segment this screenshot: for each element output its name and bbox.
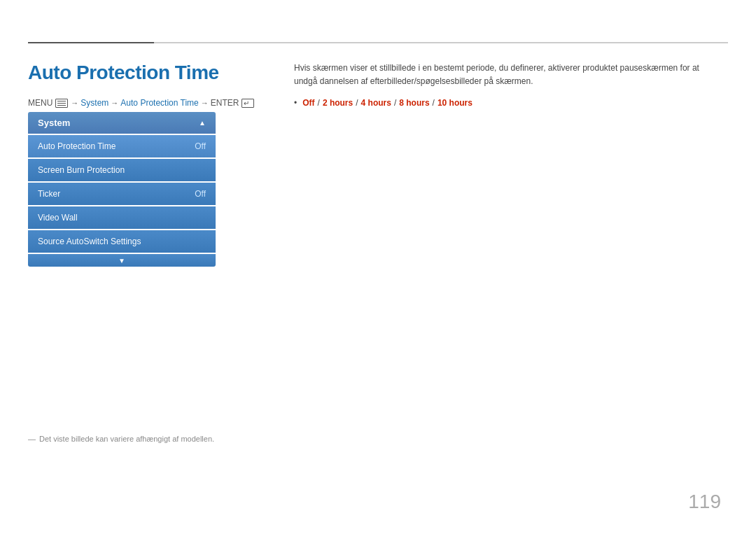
footer-note: ― Det viste billede kan variere afhængig… [28, 435, 214, 443]
bullet-point: • [294, 98, 297, 108]
enter-icon [241, 99, 254, 108]
option-8hours: 8 hours [399, 98, 429, 108]
footer-dash: ― [28, 435, 36, 443]
menu-item-source-autoswitch[interactable]: Source AutoSwitch Settings [28, 230, 216, 253]
menu-item-value: Off [195, 141, 206, 151]
footer-note-text: Det viste billede kan variere afhængigt … [39, 435, 214, 443]
breadcrumb: MENU → System → Auto Protection Time → E… [28, 98, 255, 108]
option-off: Off [302, 98, 314, 108]
menu-item-label: Screen Burn Protection [38, 165, 125, 175]
menu-item-label: Source AutoSwitch Settings [38, 237, 141, 246]
option-2hours: 2 hours [323, 98, 353, 108]
option-sep1: / [318, 98, 320, 108]
top-border-accent [28, 42, 154, 43]
breadcrumb-arrow2: → [111, 99, 118, 107]
breadcrumb-apt[interactable]: Auto Protection Time [120, 98, 198, 108]
content-area: Hvis skærmen viser et stillbillede i en … [294, 62, 728, 108]
breadcrumb-enter: ENTER [211, 98, 239, 108]
chevron-up-icon: ▲ [199, 119, 206, 127]
system-panel-header: System ▲ [28, 112, 216, 134]
menu-item-value: Off [195, 189, 206, 199]
system-panel: System ▲ Auto Protection Time Off Screen… [28, 112, 216, 267]
menu-item-label: Ticker [38, 189, 60, 199]
breadcrumb-menu: MENU [28, 98, 52, 108]
menu-icon [55, 99, 68, 108]
menu-item-auto-protection[interactable]: Auto Protection Time Off [28, 135, 216, 157]
option-sep4: / [433, 98, 435, 108]
page-number: 119 [688, 491, 721, 513]
option-4hours: 4 hours [361, 98, 391, 108]
menu-item-label: Video Wall [38, 213, 78, 223]
panel-footer: ▼ [28, 254, 216, 267]
option-sep3: / [394, 98, 396, 108]
menu-item-ticker[interactable]: Ticker Off [28, 183, 216, 205]
breadcrumb-arrow1: → [71, 99, 78, 107]
content-description: Hvis skærmen viser et stillbillede i en … [294, 62, 707, 88]
system-panel-title: System [38, 118, 70, 128]
breadcrumb-system[interactable]: System [80, 98, 108, 108]
page-title: Auto Protection Time [28, 62, 219, 84]
option-sep2: / [356, 98, 358, 108]
breadcrumb-arrow3: → [201, 99, 209, 107]
menu-item-label: Auto Protection Time [38, 141, 115, 151]
content-options: • Off / 2 hours / 4 hours / 8 hours / 10… [294, 98, 728, 108]
option-10hours: 10 hours [438, 98, 472, 108]
menu-item-video-wall[interactable]: Video Wall [28, 206, 216, 229]
menu-item-screen-burn[interactable]: Screen Burn Protection [28, 159, 216, 181]
chevron-down-icon: ▼ [118, 257, 125, 265]
